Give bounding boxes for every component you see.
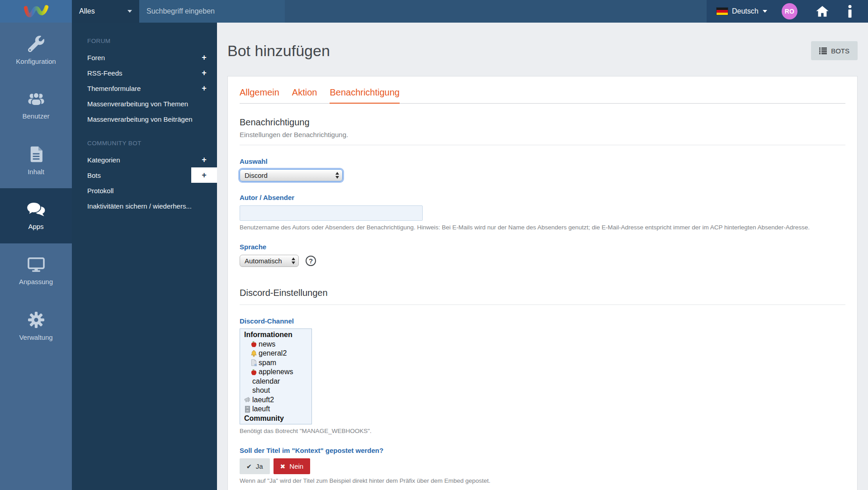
submenu-item-massenverarbeitung-themen[interactable]: Massenverarbeitung von Themen bbox=[72, 96, 217, 111]
sidebar-item-label: Verwaltung bbox=[19, 333, 52, 341]
page-title: Bot hinzufügen bbox=[227, 42, 330, 60]
add-kategorie-button[interactable]: + bbox=[191, 152, 217, 167]
info-button[interactable] bbox=[847, 5, 853, 18]
channel-option[interactable]: spam bbox=[240, 358, 311, 368]
main-sidebar: Konfiguration Benutzer Inhalt Apps bbox=[0, 23, 72, 490]
sidebar-item-verwaltung[interactable]: Verwaltung bbox=[0, 299, 72, 354]
add-rss-feed-button[interactable]: + bbox=[191, 65, 217, 81]
channel-option[interactable]: laeuft2 bbox=[240, 395, 311, 405]
add-themenformular-button[interactable]: + bbox=[191, 81, 217, 96]
page-icon bbox=[250, 359, 258, 366]
submenu-item-label: Massenverarbeitung von Themen bbox=[87, 100, 188, 108]
language-label: Deutsch bbox=[732, 7, 759, 15]
channel-label: calendar bbox=[252, 377, 280, 385]
check-icon: ✔ bbox=[246, 463, 252, 470]
autor-label: Autor / Absender bbox=[240, 194, 845, 201]
chevron-down-icon bbox=[763, 10, 767, 13]
submenu-item-themenformulare[interactable]: Themenformulare + bbox=[72, 81, 217, 96]
channel-option[interactable]: calendar bbox=[240, 377, 311, 386]
channel-group[interactable]: Informationen bbox=[240, 330, 311, 340]
channel-label: Community bbox=[244, 414, 284, 423]
submenu-item-label: RSS-Feeds bbox=[87, 69, 123, 77]
submenu-item-label: Foren bbox=[87, 54, 105, 62]
submenu-item-label: Themenformulare bbox=[87, 85, 141, 92]
apple-icon bbox=[250, 340, 258, 348]
info-icon bbox=[847, 5, 853, 18]
no-button[interactable]: ✖ Nein bbox=[274, 458, 311, 474]
channel-label: applenews bbox=[259, 368, 293, 376]
sidebar-item-konfiguration[interactable]: Konfiguration bbox=[0, 23, 72, 78]
submenu-item-foren[interactable]: Foren + bbox=[72, 50, 217, 65]
sprache-select[interactable]: Automatisch bbox=[240, 255, 299, 267]
bots-list-button[interactable]: BOTS bbox=[811, 41, 858, 60]
autor-help-text: Benutzername des Autors oder Absenders d… bbox=[240, 224, 845, 231]
auswahl-select-value: Discord bbox=[245, 171, 268, 179]
home-button[interactable] bbox=[816, 5, 829, 17]
submenu-item-label: Bots bbox=[87, 171, 101, 179]
document-icon bbox=[29, 146, 43, 162]
submenu-item-bots[interactable]: Bots + bbox=[72, 167, 217, 183]
apple-icon bbox=[250, 368, 258, 376]
channel-option[interactable]: news bbox=[240, 340, 311, 349]
channel-option[interactable]: applenews bbox=[240, 367, 311, 377]
kontext-choice-row: ✔ Ja ✖ Nein bbox=[240, 458, 845, 474]
section-heading-benachrichtigung: Benachrichtigung bbox=[240, 117, 845, 128]
topbar-right: Deutsch RO bbox=[707, 0, 868, 23]
no-button-label: Nein bbox=[289, 462, 303, 470]
monitor-icon bbox=[27, 257, 45, 272]
auswahl-label: Auswahl bbox=[240, 157, 845, 165]
channel-label: shout bbox=[252, 386, 270, 395]
sidebar-item-label: Benutzer bbox=[22, 112, 49, 120]
sidebar-item-anpassung[interactable]: Anpassung bbox=[0, 243, 72, 299]
autor-input[interactable] bbox=[240, 205, 423, 221]
sprache-row: Automatisch ? bbox=[240, 251, 845, 267]
user-avatar[interactable]: RO bbox=[782, 3, 797, 19]
channel-label: spam bbox=[259, 359, 276, 367]
form-card: Allgemein Aktion Benachrichtigung Benach… bbox=[227, 76, 858, 490]
select-stepper-icon bbox=[335, 172, 339, 179]
help-question-icon[interactable]: ? bbox=[306, 256, 316, 266]
channel-label: Informationen bbox=[244, 331, 292, 339]
woltlab-logo-icon bbox=[22, 2, 50, 21]
chevron-down-icon bbox=[127, 10, 132, 13]
sidebar-item-apps[interactable]: Apps bbox=[0, 188, 72, 243]
submenu-item-rss-feeds[interactable]: RSS-Feeds + bbox=[72, 65, 217, 81]
channel-label: general2 bbox=[259, 349, 287, 357]
kontext-question-label: Soll der Titel im "Kontext" gepostet wer… bbox=[240, 447, 845, 454]
yes-button[interactable]: ✔ Ja bbox=[240, 458, 270, 474]
search-scope-dropdown[interactable]: Alles bbox=[72, 0, 139, 23]
submenu-item-label: Massenverarbeitung von Beiträgen bbox=[87, 115, 193, 123]
sidebar-item-inhalt[interactable]: Inhalt bbox=[0, 133, 72, 188]
app-submenu: FORUM Foren + RSS-Feeds + Themenformular… bbox=[72, 23, 217, 490]
submenu-item-label: Protokoll bbox=[87, 187, 113, 195]
add-bot-button[interactable]: + bbox=[191, 167, 217, 183]
add-foren-button[interactable]: + bbox=[191, 50, 217, 65]
language-dropdown[interactable]: Deutsch bbox=[717, 7, 767, 15]
sidebar-item-label: Apps bbox=[28, 223, 43, 230]
tab-aktion[interactable]: Aktion bbox=[292, 87, 317, 103]
megaphone-icon bbox=[244, 396, 251, 404]
tab-benachrichtigung[interactable]: Benachrichtigung bbox=[330, 87, 400, 103]
submenu-item-inaktivitaeten[interactable]: Inaktivitäten sichern / wiederhers... bbox=[72, 198, 217, 214]
submenu-item-kategorien[interactable]: Kategorien + bbox=[72, 152, 217, 167]
channel-group[interactable]: Community bbox=[240, 414, 311, 423]
channel-option[interactable]: shout bbox=[240, 386, 311, 395]
sidebar-item-label: Konfiguration bbox=[16, 57, 56, 65]
sprache-label: Sprache bbox=[240, 243, 845, 251]
app-logo[interactable] bbox=[0, 0, 72, 23]
auswahl-select[interactable]: Discord bbox=[240, 169, 343, 181]
channel-label: laeuft bbox=[252, 405, 270, 413]
submenu-section-community-bot: COMMUNITY BOT bbox=[72, 137, 217, 149]
sidebar-item-benutzer[interactable]: Benutzer bbox=[0, 78, 72, 133]
channel-option[interactable]: general2 bbox=[240, 349, 311, 358]
german-flag-icon bbox=[717, 8, 728, 15]
submenu-item-protokoll[interactable]: Protokoll bbox=[72, 183, 217, 198]
submenu-item-massenverarbeitung-beitraege[interactable]: Massenverarbeitung von Beiträgen bbox=[72, 111, 217, 127]
tab-allgemein[interactable]: Allgemein bbox=[240, 87, 279, 103]
sidebar-item-label: Anpassung bbox=[19, 278, 53, 285]
topbar-spacer bbox=[285, 0, 707, 23]
search-input[interactable] bbox=[139, 0, 285, 23]
bell-icon bbox=[250, 350, 258, 357]
channel-option[interactable]: laeuft bbox=[240, 404, 311, 414]
discord-channel-listbox[interactable]: Informationen news general2 bbox=[240, 328, 312, 424]
